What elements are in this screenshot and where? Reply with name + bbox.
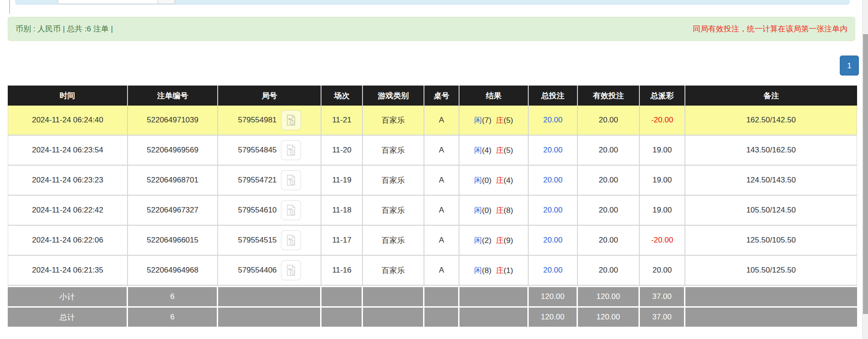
cell-table-no: A xyxy=(424,166,460,196)
cell-table-no: A xyxy=(424,226,460,256)
bet-records-table: 时间 注单编号 局号 场次 游戏类别 桌号 结果 总投注 有效投注 总派彩 备注… xyxy=(8,86,857,327)
cell-remark: 162.50/142.50 xyxy=(685,106,857,136)
cell-remark: 124.50/143.50 xyxy=(685,166,857,196)
cell-result: 闲(8) 庄(1) xyxy=(460,256,529,286)
col-header-session: 场次 xyxy=(322,86,363,106)
scrollbar-thumb[interactable] xyxy=(863,34,868,314)
pagination: 1 xyxy=(840,56,859,76)
cell-payout: 19.00 xyxy=(640,166,685,196)
cell-time: 2024-11-24 06:23:54 xyxy=(8,136,128,166)
cell-total-bet: 20.00 xyxy=(529,196,578,226)
empty-cell xyxy=(685,306,857,327)
total-bet-link[interactable]: 20.00 xyxy=(543,266,563,274)
cell-total-bet: 20.00 xyxy=(529,166,578,196)
video-replay-button[interactable] xyxy=(281,170,301,190)
summary-currency-text: 币别 : 人民币 | 总共 :6 注单 | xyxy=(15,24,113,34)
page: 币别 : 人民币 | 总共 :6 注单 | 同局有效投注，统一计算在该局第一张注… xyxy=(0,0,868,339)
scrollbar-track[interactable] xyxy=(862,0,868,339)
result-banker-label: 庄 xyxy=(496,206,504,215)
col-header-valid-bet: 有效投注 xyxy=(578,86,640,106)
cell-session: 11-18 xyxy=(322,196,363,226)
result-player-label: 闲 xyxy=(474,266,482,275)
result-banker-score: (1) xyxy=(504,266,513,275)
col-header-time: 时间 xyxy=(8,86,128,106)
result-player-score: (0) xyxy=(482,206,491,215)
total-bet-link[interactable]: 20.00 xyxy=(543,146,563,154)
filter-input-cutoff[interactable] xyxy=(58,0,158,4)
video-replay-button[interactable] xyxy=(281,260,301,280)
cell-round-id: 579554721 xyxy=(218,166,322,196)
cell-valid-bet: 20.00 xyxy=(578,106,640,136)
filter-input-button-cutoff[interactable] xyxy=(158,0,175,4)
empty-cell xyxy=(424,286,460,306)
result-player-score: (0) xyxy=(482,176,491,185)
result-banker-score: (5) xyxy=(504,116,513,125)
cell-time: 2024-11-24 06:21:35 xyxy=(8,256,128,286)
result-player-label: 闲 xyxy=(474,146,482,155)
result-banker-score: (5) xyxy=(504,146,513,155)
video-replay-button[interactable] xyxy=(281,230,301,250)
round-id-value: 579554515 xyxy=(238,236,276,245)
cell-session: 11-19 xyxy=(322,166,363,196)
pagination-page-1[interactable]: 1 xyxy=(840,56,859,76)
result-player-score: (4) xyxy=(482,146,491,155)
empty-cell xyxy=(460,286,529,306)
table-row: 2024-11-24 06:22:06 522064966015 5795545… xyxy=(8,226,857,256)
subtotal-valid-bet: 120.00 xyxy=(578,286,640,306)
table-row: 2024-11-24 06:23:23 522064968701 5795547… xyxy=(8,166,857,196)
col-header-payout: 总派彩 xyxy=(640,86,685,106)
cell-time: 2024-11-24 06:24:40 xyxy=(8,106,128,136)
total-bet-link[interactable]: 20.00 xyxy=(543,236,563,244)
cell-game-type: 百家乐 xyxy=(363,196,424,226)
col-header-table-no: 桌号 xyxy=(424,86,460,106)
video-replay-button[interactable] xyxy=(281,140,301,160)
summary-bar: 币别 : 人民币 | 总共 :6 注单 | 同局有效投注，统一计算在该局第一张注… xyxy=(8,17,855,41)
cell-result: 闲(0) 庄(4) xyxy=(460,166,529,196)
cell-game-type: 百家乐 xyxy=(363,166,424,196)
cell-total-bet: 20.00 xyxy=(529,226,578,256)
cell-result: 闲(4) 庄(5) xyxy=(460,136,529,166)
cell-payout: 19.00 xyxy=(640,196,685,226)
col-header-round-id: 局号 xyxy=(218,86,322,106)
cell-bet-id: 522064971039 xyxy=(128,106,218,136)
cell-table-no: A xyxy=(424,106,460,136)
total-bet-link[interactable]: 20.00 xyxy=(543,176,563,184)
result-banker-label: 庄 xyxy=(496,266,504,275)
total-bet-link[interactable]: 20.00 xyxy=(543,116,563,124)
filter-panel-border xyxy=(9,0,10,14)
result-banker-label: 庄 xyxy=(496,146,504,155)
col-header-total-bet: 总投注 xyxy=(529,86,578,106)
round-id-value: 579554845 xyxy=(238,146,276,155)
cell-game-type: 百家乐 xyxy=(363,106,424,136)
cell-time: 2024-11-24 06:23:23 xyxy=(8,166,128,196)
video-replay-button[interactable] xyxy=(281,200,301,220)
cell-valid-bet: 20.00 xyxy=(578,136,640,166)
cell-round-id: 579554515 xyxy=(218,226,322,256)
round-id-value: 579554610 xyxy=(238,206,276,215)
cell-total-bet: 20.00 xyxy=(529,136,578,166)
result-banker-label: 庄 xyxy=(496,176,504,185)
cell-game-type: 百家乐 xyxy=(363,226,424,256)
cell-total-bet: 20.00 xyxy=(529,106,578,136)
cell-valid-bet: 20.00 xyxy=(578,196,640,226)
video-replay-icon xyxy=(285,264,297,277)
cell-table-no: A xyxy=(424,196,460,226)
empty-cell xyxy=(363,286,424,306)
col-header-result: 结果 xyxy=(460,86,529,106)
empty-cell xyxy=(363,306,424,327)
cell-bet-id: 522064964968 xyxy=(128,256,218,286)
empty-cell xyxy=(460,306,529,327)
total-count: 6 xyxy=(128,306,218,327)
video-replay-button[interactable] xyxy=(281,110,301,130)
filter-panel-cutoff xyxy=(15,0,850,5)
cell-remark: 143.50/162.50 xyxy=(685,136,857,166)
total-total-bet: 120.00 xyxy=(529,306,578,327)
total-bet-link[interactable]: 20.00 xyxy=(543,206,563,214)
cell-session: 11-20 xyxy=(322,136,363,166)
cell-table-no: A xyxy=(424,256,460,286)
cell-game-type: 百家乐 xyxy=(363,256,424,286)
table-row: 2024-11-24 06:21:35 522064964968 5795544… xyxy=(8,256,857,286)
cell-bet-id: 522064966015 xyxy=(128,226,218,256)
cell-result: 闲(2) 庄(9) xyxy=(460,226,529,256)
result-player-label: 闲 xyxy=(474,236,482,245)
